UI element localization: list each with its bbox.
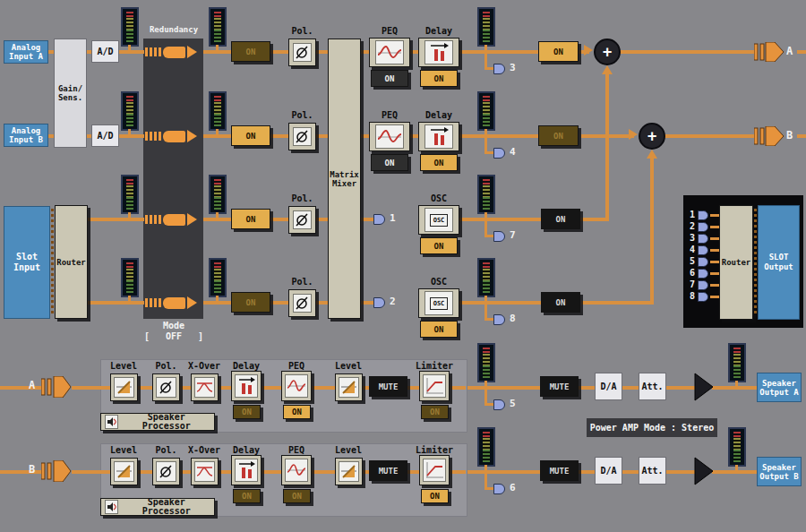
- slot-channel-line: [710, 296, 719, 298]
- branch-connector-8: [493, 314, 505, 325]
- osc-on-button-2[interactable]: ON: [420, 321, 458, 338]
- sp-polarity-block-b[interactable]: [152, 458, 180, 485]
- signal-line: [87, 301, 144, 305]
- da-converter-b[interactable]: D/A: [595, 457, 622, 485]
- patch-dots: [51, 209, 54, 316]
- level-meter: [477, 343, 495, 382]
- signal-line: [459, 218, 542, 221]
- cable-arrow-icon: [145, 130, 201, 142]
- sp-level2-block-b[interactable]: [335, 458, 363, 485]
- da-converter-a[interactable]: D/A: [595, 373, 622, 400]
- delay-label: Delay: [229, 361, 263, 371]
- sp-limiter-on-button-a[interactable]: ON: [421, 405, 449, 419]
- speaker-processor-button-a[interactable]: Speaker Processor: [100, 413, 215, 431]
- signal-line: [797, 134, 806, 138]
- redundancy-mode-value[interactable]: [ OFF ]: [133, 331, 215, 341]
- sp-peq-on-button-a[interactable]: ON: [283, 405, 311, 419]
- bus-on-button-b[interactable]: ON: [538, 125, 579, 146]
- osc-on-button-1[interactable]: ON: [420, 237, 458, 254]
- sp-level-block-b[interactable]: [110, 458, 138, 485]
- sum-feed-line-b: [650, 156, 654, 303]
- sp-level-block-a[interactable]: [110, 373, 138, 401]
- input-on-button-3[interactable]: ON: [231, 209, 270, 229]
- output-connector-b: [754, 126, 785, 146]
- slot-channel-connector: [698, 269, 708, 279]
- sp-limiter-block-b[interactable]: [419, 455, 450, 485]
- input-on-button-b[interactable]: ON: [231, 125, 270, 146]
- attenuator-a[interactable]: Att.: [639, 373, 666, 400]
- speaker-processor-button-b[interactable]: Speaker Processor: [100, 498, 215, 516]
- delay-label: Delay: [418, 110, 459, 120]
- output-mute-button-a[interactable]: MUTE: [540, 376, 579, 397]
- delay-on-button-b[interactable]: ON: [420, 154, 458, 171]
- input-router-block[interactable]: Router: [55, 205, 88, 319]
- ad-converter-b[interactable]: A/D: [91, 124, 119, 147]
- gain-sens-block[interactable]: Gain/ Sens.: [54, 39, 87, 148]
- slot-channel-connector: [698, 234, 708, 244]
- bus-on-button-a[interactable]: ON: [538, 41, 579, 62]
- sp-xover-block-b[interactable]: [191, 458, 219, 485]
- sp-peq-on-button-b[interactable]: ON: [283, 489, 311, 503]
- polarity-icon: [156, 377, 176, 398]
- sp-limiter-block-a[interactable]: [419, 371, 450, 401]
- signal-line: [622, 386, 639, 390]
- input-on-button-4[interactable]: ON: [231, 292, 270, 313]
- level-meter: [477, 7, 495, 47]
- signal-line: [270, 134, 290, 138]
- speaker-output-b-label: Speaker Output B: [757, 457, 802, 486]
- level-fader-icon: [114, 377, 134, 398]
- sp-peq-block-b[interactable]: [281, 455, 312, 485]
- osc-block-2[interactable]: OSC: [418, 288, 459, 318]
- signal-line: [72, 386, 104, 390]
- peq-on-button-b[interactable]: ON: [371, 154, 408, 171]
- speaker-output-a-label: Speaker Output A: [757, 373, 802, 402]
- signal-line: [577, 386, 596, 390]
- slot-input-block: Slot Input: [4, 206, 50, 319]
- bus-on-button-7[interactable]: ON: [541, 209, 580, 229]
- signal-line: [87, 218, 144, 221]
- level-meter: [477, 258, 495, 297]
- ad-converter-a[interactable]: A/D: [91, 40, 119, 63]
- sp-delay-block-b[interactable]: [231, 455, 262, 485]
- branch-number: 7: [510, 229, 516, 241]
- bus-on-button-8[interactable]: ON: [541, 292, 580, 313]
- polarity-block-a[interactable]: [288, 39, 316, 66]
- signal-line: [712, 470, 758, 474]
- sp-xover-block-a[interactable]: [191, 373, 219, 401]
- delay-on-button-a[interactable]: ON: [420, 70, 458, 87]
- level-label: Level: [106, 361, 141, 371]
- sp-mute-button-a[interactable]: MUTE: [369, 376, 407, 397]
- level-meter: [209, 91, 227, 131]
- polarity-block-4[interactable]: [288, 289, 316, 317]
- sp-peq-block-a[interactable]: [281, 371, 312, 401]
- sp-limiter-on-button-b[interactable]: ON: [421, 489, 449, 503]
- matrix-mixer-block[interactable]: Matrix Mixer: [328, 39, 361, 319]
- delay-block-a[interactable]: [418, 38, 459, 67]
- peq-on-button-a[interactable]: ON: [371, 70, 408, 87]
- peq-block-b[interactable]: [369, 122, 410, 151]
- delay-block-b[interactable]: [418, 122, 459, 151]
- polarity-block-3[interactable]: [288, 206, 316, 234]
- signal-line: [0, 386, 45, 390]
- osc-block-1[interactable]: OSC: [418, 205, 459, 235]
- polarity-block-b[interactable]: [288, 123, 316, 150]
- input-on-button-a[interactable]: ON: [231, 41, 270, 62]
- attenuator-b[interactable]: Att.: [639, 457, 666, 485]
- sp-delay-block-a[interactable]: [231, 371, 262, 401]
- meter-stub: [484, 465, 487, 470]
- peq-block-a[interactable]: [369, 38, 410, 67]
- sp-polarity-block-a[interactable]: [152, 373, 180, 401]
- slot-channel-number: 1: [686, 210, 695, 219]
- slot-channel-connector: [698, 210, 708, 220]
- branch-connector-5: [493, 399, 505, 410]
- sp-delay-on-button-b[interactable]: ON: [233, 489, 261, 503]
- output-router-block[interactable]: Router: [719, 205, 753, 320]
- sp-level2-block-a[interactable]: [335, 373, 363, 401]
- level-fader-icon: [339, 461, 359, 482]
- meter-stub: [128, 296, 131, 301]
- sp-mute-button-b[interactable]: MUTE: [369, 460, 407, 481]
- level-meter: [121, 175, 139, 214]
- limiter-curve-icon: [423, 459, 446, 482]
- output-mute-button-b[interactable]: MUTE: [540, 460, 579, 481]
- sp-delay-on-button-a[interactable]: ON: [233, 405, 261, 419]
